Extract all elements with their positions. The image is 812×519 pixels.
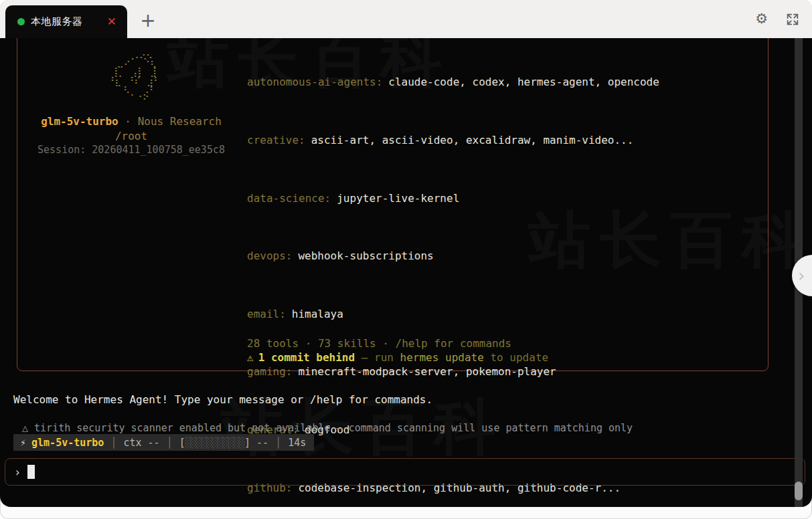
category-row: data-science:jupyter-live-kernel xyxy=(247,191,711,206)
new-tab-button[interactable]: + xyxy=(136,8,160,32)
tab-bar: 本地服务器 ✕ + ⚙ xyxy=(0,0,812,38)
category-row: devops:webhook-subscriptions xyxy=(247,249,711,264)
terminal-screen: 站长百科 站长百科 站长百科 ⢀⡠⢄ ⣀⠔⠁ ⠑⢆ ⢸⡀ ⢠⡇ ⣸ ⠘⣆ ⠘⠎ … xyxy=(0,38,812,507)
chevron-right-icon: › xyxy=(798,266,805,286)
category-label: data-science: xyxy=(247,192,331,205)
update-command: hermes update xyxy=(400,351,484,364)
settings-gear-icon[interactable]: ⚙ xyxy=(755,12,768,26)
scrollbar-thumb[interactable] xyxy=(795,482,803,500)
category-values: jupyter-live-kernel xyxy=(337,192,459,205)
status-bar: ⚡glm-5v-turbo│ctx --│[░░░░░░░░░░░] --│14… xyxy=(13,434,314,451)
category-label: autonomous-ai-agents: xyxy=(247,76,382,88)
ascii-logo: ⢀⡠⢄ ⣀⠔⠁ ⠑⢆ ⢸⡀ ⢠⡇ ⣸ ⠘⣆ ⠘⠎ ⣰⠃ ⠣⡀ ⡠⠃ ⠈⠊ xyxy=(17,48,245,104)
tools-skills-summary: 28 tools · 73 skills · /help for command… xyxy=(247,337,511,350)
model-name: glm-5v-turbo xyxy=(41,115,118,128)
security-warning: △ tirith security scanner enabled but no… xyxy=(22,422,633,434)
category-row: autonomous-ai-agents:claude-code, codex,… xyxy=(247,75,711,90)
category-values: ascii-art, ascii-video, excalidraw, mani… xyxy=(311,134,634,146)
provider-name: Nous Research xyxy=(138,115,222,128)
working-directory: /root xyxy=(17,130,245,142)
session-id: Session: 20260411_100758_ee35c8 xyxy=(17,144,245,156)
category-row: gaming:minecraft-modpack-server, pokemon… xyxy=(247,365,711,379)
separator-dot: · xyxy=(118,115,138,128)
context-progress-bar: [░░░░░░░░░░░] -- xyxy=(179,437,269,449)
category-values: webhook-subscriptions xyxy=(298,249,433,262)
progress-fill: ░░░░░░░░░░░ xyxy=(185,437,244,449)
context-indicator: ctx -- xyxy=(123,437,159,449)
welcome-message: Welcome to Hermes Agent! Type your messa… xyxy=(13,393,432,406)
category-values: minecraft-modpack-server, pokemon-player xyxy=(298,365,556,378)
tab-status-dot xyxy=(17,18,25,25)
status-model-name: glm-5v-turbo xyxy=(31,437,104,449)
power-icon: ⚡ xyxy=(20,437,26,449)
browser-window: 本地服务器 ✕ + ⚙ 站长百科 站长百科 站长百科 ⢀⡠⢄ ⣀⠔⠁ ⠑⢆ ⢸⡀… xyxy=(0,0,812,519)
category-row: creative:ascii-art, ascii-video, excalid… xyxy=(247,133,711,148)
elapsed-time: 14s xyxy=(288,437,306,449)
model-header: glm-5v-turbo · Nous Research xyxy=(17,115,245,128)
warning-icon: ⚠ xyxy=(247,351,254,364)
prompt-input[interactable]: › xyxy=(5,458,805,486)
text-cursor xyxy=(27,465,35,479)
toolbar-actions: ⚙ xyxy=(755,0,800,38)
category-values: claude-code, codex, hermes-agent, openco… xyxy=(388,76,659,88)
prompt-chevron: › xyxy=(14,465,21,479)
commits-behind-text: 1 commit behind xyxy=(258,351,355,364)
fullscreen-icon[interactable] xyxy=(785,12,800,27)
category-label: devops: xyxy=(247,249,292,262)
tab-local-server[interactable]: 本地服务器 ✕ xyxy=(5,5,127,38)
category-values: himalaya xyxy=(292,308,343,320)
categories-list: autonomous-ai-agents:claude-code, codex,… xyxy=(247,46,711,507)
banner-box: ⢀⡠⢄ ⣀⠔⠁ ⠑⢆ ⢸⡀ ⢠⡇ ⣸ ⠘⣆ ⠘⠎ ⣰⠃ ⠣⡀ ⡠⠃ ⠈⠊ glm… xyxy=(17,38,768,371)
update-warning: ⚠1 commit behind — run hermes update to … xyxy=(247,351,548,364)
category-label: creative: xyxy=(247,134,305,146)
category-row: email:himalaya xyxy=(247,307,711,322)
tab-title: 本地服务器 xyxy=(31,15,83,28)
category-label: email: xyxy=(247,308,286,320)
category-label: gaming: xyxy=(247,365,292,378)
tab-close-icon[interactable]: ✕ xyxy=(107,16,116,27)
